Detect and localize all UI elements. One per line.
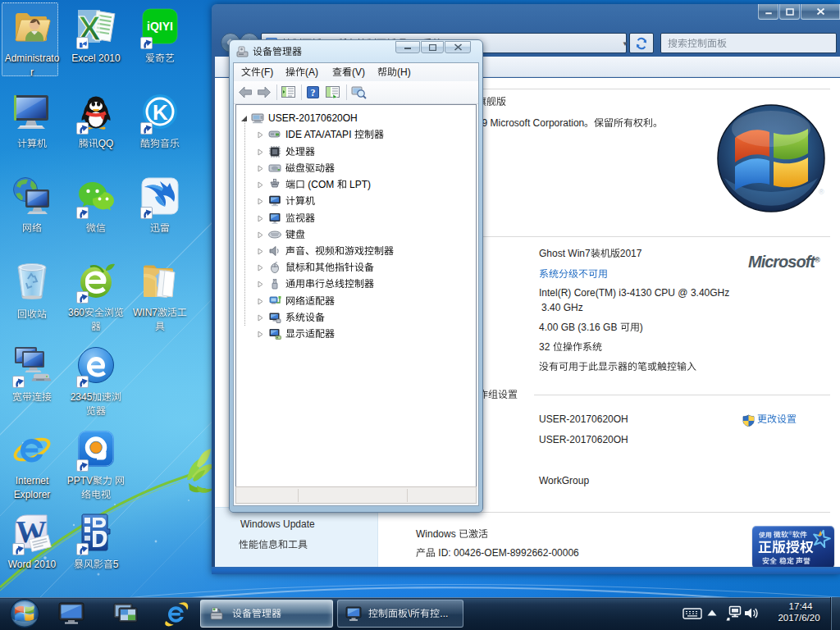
svg-text:iQIYI: iQIYI: [147, 20, 173, 33]
svg-text:?: ?: [311, 87, 316, 98]
svg-text:K: K: [153, 100, 168, 125]
svg-text:®: ®: [819, 188, 824, 196]
